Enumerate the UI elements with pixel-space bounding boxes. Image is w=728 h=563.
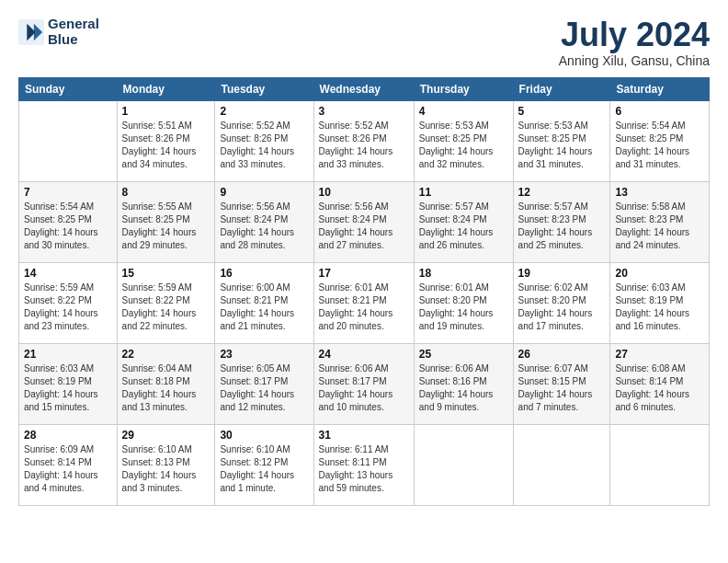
day-cell: 2Sunrise: 5:52 AM Sunset: 8:26 PM Daylig… bbox=[215, 100, 313, 181]
day-info: Sunrise: 5:57 AM Sunset: 8:23 PM Dayligh… bbox=[518, 201, 606, 252]
day-number: 2 bbox=[220, 105, 308, 118]
day-cell: 10Sunrise: 5:56 AM Sunset: 8:24 PM Dayli… bbox=[313, 181, 414, 262]
day-cell: 17Sunrise: 6:01 AM Sunset: 8:21 PM Dayli… bbox=[313, 262, 414, 343]
day-cell: 16Sunrise: 6:00 AM Sunset: 8:21 PM Dayli… bbox=[215, 262, 313, 343]
day-info: Sunrise: 6:10 AM Sunset: 8:12 PM Dayligh… bbox=[220, 443, 308, 495]
logo-icon bbox=[18, 19, 44, 45]
week-row-1: 1Sunrise: 5:51 AM Sunset: 8:26 PM Daylig… bbox=[19, 100, 710, 181]
header: General Blue July 2024 Anning Xilu, Gans… bbox=[18, 17, 710, 68]
day-info: Sunrise: 5:59 AM Sunset: 8:22 PM Dayligh… bbox=[122, 282, 210, 333]
day-number: 4 bbox=[419, 105, 508, 118]
day-info: Sunrise: 5:53 AM Sunset: 8:25 PM Dayligh… bbox=[518, 120, 606, 171]
header-saturday: Saturday bbox=[610, 77, 710, 100]
day-number: 31 bbox=[319, 429, 409, 442]
day-cell: 14Sunrise: 5:59 AM Sunset: 8:22 PM Dayli… bbox=[19, 262, 118, 343]
logo-line1: General bbox=[48, 17, 99, 32]
day-cell: 19Sunrise: 6:02 AM Sunset: 8:20 PM Dayli… bbox=[513, 262, 610, 343]
day-cell: 28Sunrise: 6:09 AM Sunset: 8:14 PM Dayli… bbox=[19, 424, 118, 505]
day-cell: 30Sunrise: 6:10 AM Sunset: 8:12 PM Dayli… bbox=[215, 424, 313, 505]
day-number: 5 bbox=[518, 105, 606, 118]
day-info: Sunrise: 5:52 AM Sunset: 8:26 PM Dayligh… bbox=[319, 120, 409, 171]
day-number: 17 bbox=[319, 267, 409, 280]
day-info: Sunrise: 5:54 AM Sunset: 8:25 PM Dayligh… bbox=[615, 120, 704, 171]
day-number: 16 bbox=[220, 267, 308, 280]
day-number: 23 bbox=[220, 348, 308, 361]
day-cell: 7Sunrise: 5:54 AM Sunset: 8:25 PM Daylig… bbox=[19, 181, 118, 262]
day-cell: 15Sunrise: 5:59 AM Sunset: 8:22 PM Dayli… bbox=[117, 262, 215, 343]
header-monday: Monday bbox=[117, 77, 215, 100]
week-row-5: 28Sunrise: 6:09 AM Sunset: 8:14 PM Dayli… bbox=[19, 424, 710, 505]
day-cell: 27Sunrise: 6:08 AM Sunset: 8:14 PM Dayli… bbox=[610, 343, 710, 424]
day-cell: 3Sunrise: 5:52 AM Sunset: 8:26 PM Daylig… bbox=[313, 100, 414, 181]
day-number: 28 bbox=[24, 429, 112, 442]
day-number: 15 bbox=[122, 267, 210, 280]
day-number: 10 bbox=[319, 186, 409, 199]
day-cell: 18Sunrise: 6:01 AM Sunset: 8:20 PM Dayli… bbox=[414, 262, 513, 343]
day-cell: 9Sunrise: 5:56 AM Sunset: 8:24 PM Daylig… bbox=[215, 181, 313, 262]
day-cell: 6Sunrise: 5:54 AM Sunset: 8:25 PM Daylig… bbox=[610, 100, 710, 181]
header-wednesday: Wednesday bbox=[313, 77, 414, 100]
day-cell: 1Sunrise: 5:51 AM Sunset: 8:26 PM Daylig… bbox=[117, 100, 215, 181]
day-info: Sunrise: 6:06 AM Sunset: 8:16 PM Dayligh… bbox=[419, 362, 508, 414]
day-info: Sunrise: 6:10 AM Sunset: 8:13 PM Dayligh… bbox=[122, 443, 210, 495]
day-info: Sunrise: 6:01 AM Sunset: 8:21 PM Dayligh… bbox=[319, 282, 409, 333]
day-info: Sunrise: 6:02 AM Sunset: 8:20 PM Dayligh… bbox=[518, 282, 606, 333]
day-number: 20 bbox=[615, 267, 704, 280]
day-number: 21 bbox=[24, 348, 112, 361]
header-sunday: Sunday bbox=[19, 77, 118, 100]
day-cell: 13Sunrise: 5:58 AM Sunset: 8:23 PM Dayli… bbox=[610, 181, 710, 262]
day-number: 24 bbox=[319, 348, 409, 361]
day-number: 19 bbox=[518, 267, 606, 280]
calendar-header-row: SundayMondayTuesdayWednesdayThursdayFrid… bbox=[19, 77, 710, 100]
day-cell: 31Sunrise: 6:11 AM Sunset: 8:11 PM Dayli… bbox=[313, 424, 414, 505]
week-row-4: 21Sunrise: 6:03 AM Sunset: 8:19 PM Dayli… bbox=[19, 343, 710, 424]
day-number: 18 bbox=[419, 267, 508, 280]
main-title: July 2024 bbox=[559, 17, 710, 53]
day-cell: 26Sunrise: 6:07 AM Sunset: 8:15 PM Dayli… bbox=[513, 343, 610, 424]
day-cell: 25Sunrise: 6:06 AM Sunset: 8:16 PM Dayli… bbox=[414, 343, 513, 424]
day-number: 14 bbox=[24, 267, 112, 280]
day-number: 22 bbox=[122, 348, 210, 361]
day-number: 30 bbox=[220, 429, 308, 442]
day-cell: 8Sunrise: 5:55 AM Sunset: 8:25 PM Daylig… bbox=[117, 181, 215, 262]
day-number: 8 bbox=[122, 186, 210, 199]
day-number: 12 bbox=[518, 186, 606, 199]
day-info: Sunrise: 6:11 AM Sunset: 8:11 PM Dayligh… bbox=[319, 443, 409, 495]
day-cell bbox=[513, 424, 610, 505]
day-number: 29 bbox=[122, 429, 210, 442]
day-number: 7 bbox=[24, 186, 112, 199]
day-cell bbox=[414, 424, 513, 505]
header-friday: Friday bbox=[513, 77, 610, 100]
day-cell: 20Sunrise: 6:03 AM Sunset: 8:19 PM Dayli… bbox=[610, 262, 710, 343]
day-info: Sunrise: 6:07 AM Sunset: 8:15 PM Dayligh… bbox=[518, 362, 606, 414]
day-number: 1 bbox=[122, 105, 210, 118]
day-cell: 23Sunrise: 6:05 AM Sunset: 8:17 PM Dayli… bbox=[215, 343, 313, 424]
week-row-3: 14Sunrise: 5:59 AM Sunset: 8:22 PM Dayli… bbox=[19, 262, 710, 343]
day-info: Sunrise: 5:56 AM Sunset: 8:24 PM Dayligh… bbox=[220, 201, 308, 252]
day-cell: 21Sunrise: 6:03 AM Sunset: 8:19 PM Dayli… bbox=[19, 343, 118, 424]
day-number: 13 bbox=[615, 186, 704, 199]
day-info: Sunrise: 6:08 AM Sunset: 8:14 PM Dayligh… bbox=[615, 362, 704, 414]
day-info: Sunrise: 6:03 AM Sunset: 8:19 PM Dayligh… bbox=[24, 362, 112, 414]
header-thursday: Thursday bbox=[414, 77, 513, 100]
day-info: Sunrise: 6:04 AM Sunset: 8:18 PM Dayligh… bbox=[122, 362, 210, 414]
day-info: Sunrise: 5:57 AM Sunset: 8:24 PM Dayligh… bbox=[419, 201, 508, 252]
logo: General Blue bbox=[18, 17, 99, 47]
day-info: Sunrise: 5:51 AM Sunset: 8:26 PM Dayligh… bbox=[122, 120, 210, 171]
day-cell bbox=[610, 424, 710, 505]
day-cell: 4Sunrise: 5:53 AM Sunset: 8:25 PM Daylig… bbox=[414, 100, 513, 181]
day-cell: 22Sunrise: 6:04 AM Sunset: 8:18 PM Dayli… bbox=[117, 343, 215, 424]
day-number: 26 bbox=[518, 348, 606, 361]
subtitle: Anning Xilu, Gansu, China bbox=[559, 53, 710, 68]
day-info: Sunrise: 6:05 AM Sunset: 8:17 PM Dayligh… bbox=[220, 362, 308, 414]
logo-text: General Blue bbox=[48, 17, 99, 47]
day-number: 25 bbox=[419, 348, 508, 361]
day-number: 11 bbox=[419, 186, 508, 199]
day-info: Sunrise: 5:58 AM Sunset: 8:23 PM Dayligh… bbox=[615, 201, 704, 252]
day-info: Sunrise: 5:56 AM Sunset: 8:24 PM Dayligh… bbox=[319, 201, 409, 252]
day-info: Sunrise: 5:54 AM Sunset: 8:25 PM Dayligh… bbox=[24, 201, 112, 252]
day-info: Sunrise: 6:06 AM Sunset: 8:17 PM Dayligh… bbox=[319, 362, 409, 414]
week-row-2: 7Sunrise: 5:54 AM Sunset: 8:25 PM Daylig… bbox=[19, 181, 710, 262]
day-cell: 11Sunrise: 5:57 AM Sunset: 8:24 PM Dayli… bbox=[414, 181, 513, 262]
day-number: 3 bbox=[319, 105, 409, 118]
